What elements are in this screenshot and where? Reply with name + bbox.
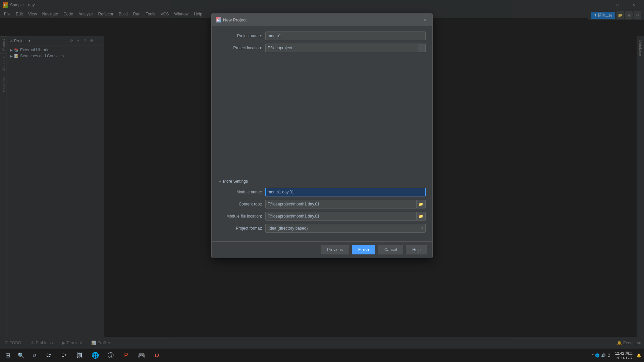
taskbar-photos[interactable]: 🖼 (72, 349, 87, 362)
dialog-logo: IJ (216, 17, 221, 22)
taskbar-jetbrains active[interactable]: IJ (150, 349, 164, 362)
dialog-title-text: New Project (223, 17, 247, 22)
taskbar-date-display: 2021/12/7 (615, 356, 633, 360)
tray-volume-icon[interactable]: 🔊 (601, 353, 606, 358)
module-name-input[interactable] (265, 188, 426, 196)
new-project-dialog: IJ New Project ✕ Project name: Project l… (211, 13, 433, 258)
more-settings-label: More Settings (223, 179, 248, 184)
tray-ime-icon: 英 (607, 353, 611, 358)
more-settings-toggle[interactable]: ▼ More Settings (218, 176, 426, 186)
project-format-label: Project format: (218, 226, 265, 231)
module-file-row: Module file location: 📁 (218, 212, 426, 221)
taskbar-time-display: 12:42 周二 (615, 351, 633, 356)
project-name-row: Project name: (218, 32, 426, 40)
module-name-label: Module name: (218, 190, 265, 194)
module-file-browse-button[interactable]: 📁 (417, 212, 426, 221)
task-view-button[interactable]: ⧉ (28, 349, 41, 362)
taskbar-app1[interactable]: 🎮 (134, 349, 149, 362)
module-name-row: Module name: (218, 188, 426, 196)
dialog-header: IJ New Project ✕ (212, 14, 432, 26)
collapse-arrow-icon: ▼ (218, 180, 222, 183)
windows-taskbar: ⊞ 🔍 ⧉ 🗂 🛍 🖼 🌐 Ⓑ P 🎮 IJ ^ 🌐 🔊 英 12:42 周二 … (0, 349, 644, 362)
project-location-browse-button[interactable]: ... (418, 44, 426, 52)
module-file-label: Module file location: (218, 214, 265, 219)
project-location-field-group: ... (265, 44, 426, 52)
help-button[interactable]: Help (406, 245, 427, 254)
content-root-input[interactable] (265, 200, 417, 208)
cancel-button[interactable]: Cancel (378, 245, 403, 254)
tray-arrow-icon[interactable]: ^ (592, 353, 594, 357)
search-button[interactable]: 🔍 (15, 349, 28, 362)
dialog-footer: Previous Finish Cancel Help (212, 241, 432, 258)
content-root-field-group: 📁 (265, 200, 426, 208)
tray-network-icon[interactable]: 🌐 (595, 353, 600, 358)
module-file-input[interactable] (265, 212, 417, 221)
finish-button[interactable]: Finish (352, 245, 375, 254)
start-button[interactable]: ⊞ (1, 349, 14, 362)
dialog-title-area: IJ New Project (216, 17, 247, 22)
project-format-select-wrapper: .idea (directory based) (265, 224, 426, 233)
taskbar-bing[interactable]: Ⓑ (103, 349, 118, 362)
system-tray: ^ 🌐 🔊 英 12:42 周二 2021/12/7 🔔 (592, 351, 643, 360)
content-root-row: Content root: 📁 (218, 200, 426, 208)
dialog-close-button[interactable]: ✕ (422, 16, 428, 23)
taskbar-explorer[interactable]: 🗂 (42, 349, 56, 362)
project-location-row: Project location: ... (218, 44, 426, 52)
taskbar-store[interactable]: 🛍 (57, 349, 72, 362)
tray-notification-icon[interactable]: 🔔 (637, 353, 641, 358)
project-location-input[interactable] (265, 44, 418, 52)
project-format-row: Project format: .idea (directory based) (218, 224, 426, 233)
previous-button[interactable]: Previous (321, 245, 349, 254)
content-root-browse-button[interactable]: 📁 (417, 200, 426, 208)
project-format-select[interactable]: .idea (directory based) (265, 224, 426, 233)
content-root-label: Content root: (218, 202, 265, 206)
taskbar-edge[interactable]: 🌐 (88, 349, 103, 362)
taskbar-ppt[interactable]: P (119, 349, 133, 362)
module-file-field-group: 📁 (265, 212, 426, 221)
dialog-body: Project name: Project location: ... ▼ Mo… (212, 26, 432, 241)
taskbar-clock[interactable]: 12:42 周二 2021/12/7 (612, 351, 635, 360)
modal-overlay: IJ New Project ✕ Project name: Project l… (0, 0, 644, 362)
dialog-empty-area (218, 56, 426, 176)
project-location-label: Project location: (218, 46, 265, 50)
project-name-label: Project name: (218, 34, 265, 38)
project-name-input[interactable] (265, 32, 426, 40)
